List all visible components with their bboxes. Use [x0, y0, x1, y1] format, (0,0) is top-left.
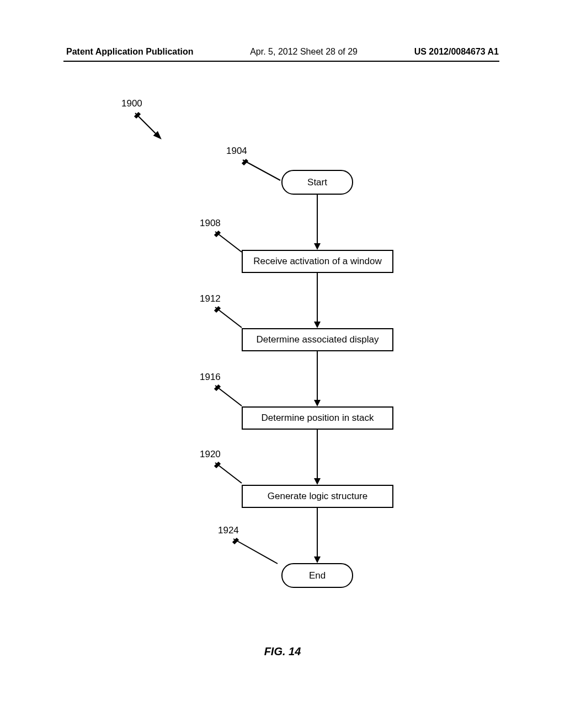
step2-text: Determine associated display	[256, 334, 379, 345]
figure-caption: FIG. 14	[0, 645, 565, 658]
leader-1924	[228, 536, 283, 569]
flowchart-step3: Determine position in stack	[242, 406, 393, 430]
label-1900: 1900	[121, 98, 142, 109]
arrow-5	[317, 508, 318, 558]
header-right: US 2012/0084673 A1	[414, 47, 499, 57]
label-1916: 1916	[200, 372, 221, 383]
label-1924: 1924	[218, 525, 239, 536]
arrow-head-1	[314, 243, 321, 250]
arrow-head-3	[314, 400, 321, 406]
end-text: End	[309, 570, 326, 581]
flowchart-start: Start	[281, 170, 353, 195]
step4-text: Generate logic structure	[268, 491, 367, 502]
svg-line-13	[233, 539, 278, 564]
label-1904: 1904	[226, 146, 247, 157]
flowchart-step4: Generate logic structure	[242, 485, 393, 508]
svg-line-7	[215, 307, 242, 328]
svg-line-11	[215, 463, 242, 483]
start-text: Start	[307, 177, 327, 188]
arrow-head-4	[314, 478, 321, 485]
header-center: Apr. 5, 2012 Sheet 28 of 29	[250, 47, 358, 57]
label-1912: 1912	[200, 293, 221, 304]
step3-text: Determine position in stack	[261, 413, 374, 424]
arrow-head-2	[314, 322, 321, 328]
arrow-4	[317, 430, 318, 479]
header-left: Patent Application Publication	[66, 47, 194, 57]
label-1908: 1908	[200, 218, 221, 229]
arrow-3	[317, 351, 318, 401]
flowchart-end: End	[281, 563, 353, 588]
label-1920: 1920	[200, 449, 221, 460]
svg-line-9	[215, 386, 242, 406]
page-header: Patent Application Publication Apr. 5, 2…	[0, 47, 565, 57]
flowchart-step1: Receive activation of a window	[242, 250, 393, 273]
arrow-2	[317, 273, 318, 323]
step1-text: Receive activation of a window	[253, 256, 381, 267]
arrow-1	[317, 195, 318, 244]
leader-1904	[237, 157, 287, 188]
svg-line-3	[243, 160, 280, 180]
svg-line-5	[215, 232, 242, 252]
header-divider	[63, 61, 499, 62]
leader-1900	[130, 110, 168, 146]
svg-line-1	[135, 113, 160, 138]
flowchart-diagram: 1900 1904 Start 1908 Receive activation …	[0, 83, 565, 607]
flowchart-step2: Determine associated display	[242, 328, 393, 351]
arrow-head-5	[314, 556, 321, 563]
